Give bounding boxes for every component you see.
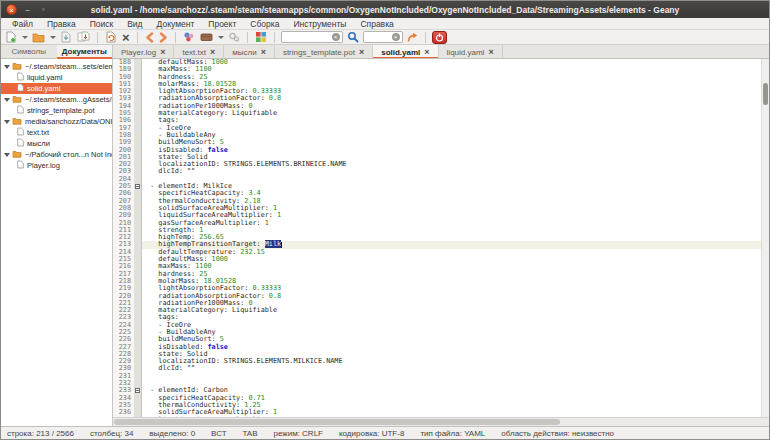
fold-margin[interactable] xyxy=(134,154,142,161)
new-document-dropdown-icon[interactable] xyxy=(22,36,28,39)
menu-item[interactable]: Справка xyxy=(353,18,400,30)
fold-margin[interactable] xyxy=(134,125,142,132)
fold-marker-icon[interactable] xyxy=(135,184,140,189)
run-button[interactable] xyxy=(227,31,241,44)
save-button[interactable] xyxy=(59,31,73,44)
fold-margin[interactable] xyxy=(134,139,142,146)
fold-margin[interactable] xyxy=(134,263,142,270)
fold-margin[interactable] xyxy=(134,300,142,307)
menu-item[interactable]: Правка xyxy=(40,18,83,30)
fold-margin[interactable] xyxy=(134,103,142,110)
document-tab[interactable]: solid.yaml× xyxy=(373,45,438,58)
compile-button[interactable] xyxy=(182,31,196,44)
fold-margin[interactable] xyxy=(134,220,142,227)
fold-margin[interactable] xyxy=(134,227,142,234)
fold-margin[interactable] xyxy=(134,88,142,95)
horizontal-scrollbar[interactable] xyxy=(113,417,769,426)
fold-margin[interactable] xyxy=(134,314,142,321)
tree-folder-row[interactable]: ~/Рабочий стол...n Not Included xyxy=(1,149,112,160)
window-maximize-button[interactable]: ▫ xyxy=(38,4,49,15)
tab-close-icon[interactable]: × xyxy=(488,48,493,57)
fold-margin[interactable] xyxy=(134,176,142,183)
build-button[interactable] xyxy=(199,31,214,44)
fold-margin[interactable] xyxy=(134,395,142,402)
build-dropdown-icon[interactable] xyxy=(218,36,224,39)
fold-margin[interactable] xyxy=(134,95,142,102)
fold-margin[interactable] xyxy=(134,271,142,278)
fold-margin[interactable] xyxy=(134,168,142,175)
menu-item[interactable]: Поиск xyxy=(83,18,121,30)
navigate-back-button[interactable] xyxy=(144,31,155,44)
quit-button[interactable] xyxy=(432,31,447,44)
expander-icon[interactable] xyxy=(4,153,10,157)
document-tab[interactable]: мысли× xyxy=(224,45,275,58)
horizontal-scrollbar-thumb[interactable] xyxy=(114,419,560,425)
tab-close-icon[interactable]: × xyxy=(210,48,215,57)
fold-margin[interactable] xyxy=(134,351,142,358)
goto-line-input[interactable] xyxy=(366,33,392,42)
fold-margin[interactable] xyxy=(134,81,142,88)
fold-margin[interactable] xyxy=(134,183,142,190)
tree-file-row[interactable]: text.txt xyxy=(1,127,112,138)
document-tab[interactable]: strings_template.pot× xyxy=(275,45,373,58)
fold-margin[interactable] xyxy=(134,74,142,81)
fold-margin[interactable] xyxy=(134,147,142,154)
tab-close-icon[interactable]: × xyxy=(424,48,429,57)
fold-margin[interactable] xyxy=(134,336,142,343)
fold-margin[interactable] xyxy=(134,402,142,409)
search-button[interactable] xyxy=(346,31,360,44)
tree-folder-row[interactable]: media/sanchozz/Data/ONIMods xyxy=(1,116,112,127)
open-file-dropdown-icon[interactable] xyxy=(50,36,56,39)
menu-item[interactable]: Инструменты xyxy=(286,18,353,30)
fold-margin[interactable] xyxy=(134,365,142,372)
menu-item[interactable]: Проект xyxy=(201,18,243,30)
window-minimize-button[interactable]: – xyxy=(22,4,33,15)
navigate-forward-button[interactable] xyxy=(158,31,169,44)
tree-file-row[interactable]: мысли xyxy=(1,138,112,149)
fold-margin[interactable] xyxy=(134,387,142,394)
goto-line-entry[interactable]: × xyxy=(363,31,403,43)
sidebar-tab[interactable]: Документы xyxy=(57,45,113,59)
clear-search-icon[interactable]: × xyxy=(332,33,340,41)
revert-button[interactable] xyxy=(104,31,118,44)
menu-item[interactable]: Файл xyxy=(5,18,40,30)
tree-folder-row[interactable]: ~/.steam/steam...gAssets/strings xyxy=(1,94,112,105)
tree-folder-row[interactable]: ~/.steam/steam...sets/elements xyxy=(1,61,112,72)
titlebar[interactable]: × – ▫ solid.yaml - /home/sanchozz/.steam… xyxy=(1,1,769,18)
close-document-button[interactable]: × xyxy=(121,31,131,44)
fold-margin[interactable] xyxy=(134,190,142,197)
fold-margin[interactable] xyxy=(134,249,142,256)
fold-margin[interactable] xyxy=(134,234,142,241)
editor[interactable]: 188 defaultMass: 1000189 maxMass: 110019… xyxy=(113,59,769,417)
goto-line-button[interactable] xyxy=(406,31,419,44)
vertical-scrollbar[interactable] xyxy=(761,59,769,417)
tree-file-row[interactable]: strings_template.pot xyxy=(1,105,112,116)
tree-file-row[interactable]: Player.log xyxy=(1,160,112,171)
menu-item[interactable]: Документ xyxy=(150,18,202,30)
fold-margin[interactable] xyxy=(134,285,142,292)
expander-icon[interactable] xyxy=(4,65,10,69)
fold-margin[interactable] xyxy=(134,256,142,263)
clear-goto-icon[interactable]: × xyxy=(392,33,400,41)
tree-file-row[interactable]: liquid.yaml xyxy=(1,72,112,83)
fold-margin[interactable] xyxy=(134,161,142,168)
tab-close-icon[interactable]: × xyxy=(160,48,165,57)
search-entry[interactable]: × xyxy=(281,31,343,43)
menu-item[interactable]: Вид xyxy=(120,18,149,30)
fold-margin[interactable] xyxy=(134,117,142,124)
open-file-button[interactable] xyxy=(31,31,46,44)
vertical-scrollbar-thumb[interactable] xyxy=(763,83,768,105)
fold-margin[interactable] xyxy=(134,278,142,285)
document-tab[interactable]: text.txt× xyxy=(174,45,224,58)
fold-margin[interactable] xyxy=(134,198,142,205)
new-document-button[interactable] xyxy=(4,31,18,44)
fold-margin[interactable] xyxy=(134,241,142,248)
menu-item[interactable]: Сборка xyxy=(243,18,286,30)
expander-icon[interactable] xyxy=(4,120,10,124)
fold-margin[interactable] xyxy=(134,59,142,66)
fold-margin[interactable] xyxy=(134,212,142,219)
expander-icon[interactable] xyxy=(4,98,10,102)
fold-margin[interactable] xyxy=(134,380,142,387)
document-tab[interactable]: Player.log× xyxy=(113,45,174,58)
window-close-button[interactable]: × xyxy=(6,4,17,15)
